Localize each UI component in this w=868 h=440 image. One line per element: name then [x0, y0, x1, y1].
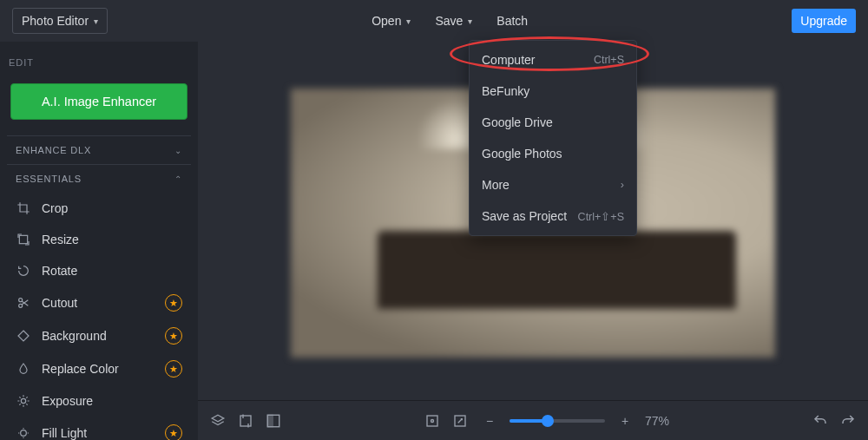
- batch-label: Batch: [496, 14, 528, 28]
- save-menu-befunky[interactable]: BeFunky: [470, 76, 636, 107]
- crop-icon: [16, 200, 31, 216]
- tool-cutout[interactable]: Cutout★: [7, 286, 191, 319]
- undo-button[interactable]: [812, 413, 828, 429]
- save-label: Save: [435, 14, 463, 28]
- svg-point-3: [21, 398, 25, 403]
- save-menu-computer[interactable]: ComputerCtrl+S: [470, 44, 636, 76]
- tool-label: Rotate: [42, 264, 77, 278]
- svg-rect-0: [19, 235, 27, 243]
- open-button[interactable]: Open ▾: [363, 9, 419, 33]
- exposure-icon: [16, 393, 31, 409]
- menu-item-label: BeFunky: [482, 84, 529, 98]
- edit-section-title: EDIT: [7, 49, 191, 82]
- app-menu-label: Photo Editor: [22, 14, 89, 28]
- replace-color-icon: [16, 361, 31, 377]
- tool-background[interactable]: Background★: [7, 319, 191, 352]
- sidebar: EDIT A.I. Image Enhancer ENHANCE DLX ⌄ E…: [0, 42, 198, 440]
- premium-star-icon: ★: [165, 360, 182, 378]
- expand-icon[interactable]: [452, 413, 468, 429]
- menu-item-label: More: [482, 178, 510, 192]
- zoom-slider[interactable]: [510, 419, 605, 423]
- upgrade-label: Upgrade: [800, 14, 847, 28]
- ai-enhancer-button[interactable]: A.I. Image Enhancer: [10, 83, 187, 120]
- save-menu-save-as-project[interactable]: Save as ProjectCtrl+⇧+S: [470, 200, 636, 232]
- menu-item-label: Save as Project: [482, 209, 567, 223]
- tool-exposure[interactable]: Exposure: [7, 385, 191, 417]
- save-dropdown: ComputerCtrl+SBeFunkyGoogle DriveGoogle …: [469, 40, 637, 236]
- cutout-icon: [16, 295, 31, 311]
- tool-label: Fill Light: [42, 426, 87, 440]
- premium-star-icon: ★: [165, 294, 182, 312]
- shortcut-label: Ctrl+S: [594, 54, 624, 66]
- top-toolbar: Photo Editor ▾ Open ▾ Save ▾ Batch Upgra…: [0, 0, 868, 42]
- chevron-down-icon: ▾: [468, 16, 472, 26]
- upgrade-button[interactable]: Upgrade: [792, 9, 856, 33]
- chevron-down-icon: ⌄: [174, 146, 182, 155]
- zoom-out-button[interactable]: −: [482, 413, 497, 429]
- menu-item-label: Google Drive: [482, 115, 553, 129]
- premium-star-icon: ★: [165, 424, 182, 440]
- svg-point-4: [21, 430, 27, 437]
- chevron-right-icon: ›: [621, 179, 624, 191]
- tool-rotate[interactable]: Rotate: [7, 255, 191, 286]
- background-icon: [16, 328, 31, 344]
- svg-rect-7: [267, 415, 273, 427]
- tool-label: Exposure: [42, 394, 93, 408]
- save-menu-more[interactable]: More›: [470, 169, 636, 200]
- premium-star-icon: ★: [165, 327, 182, 345]
- save-button[interactable]: Save ▾: [426, 9, 481, 33]
- fill-light-icon: [16, 425, 31, 440]
- essentials-panel[interactable]: ESSENTIALS ⌃: [7, 164, 191, 193]
- svg-rect-5: [240, 416, 251, 426]
- enhance-dlx-panel[interactable]: ENHANCE DLX ⌄: [7, 135, 191, 164]
- tool-label: Resize: [42, 233, 79, 246]
- chevron-down-icon: ▾: [406, 16, 411, 26]
- tool-label: Background: [42, 329, 107, 343]
- app-menu-button[interactable]: Photo Editor ▾: [12, 8, 108, 34]
- svg-rect-8: [427, 416, 437, 426]
- svg-point-9: [431, 419, 433, 422]
- menu-item-label: Google Photos: [482, 147, 562, 161]
- batch-button[interactable]: Batch: [488, 9, 536, 33]
- redo-button[interactable]: [840, 413, 856, 429]
- layers-icon[interactable]: [210, 413, 226, 429]
- fit-screen-icon[interactable]: [424, 413, 440, 429]
- tool-label: Crop: [42, 201, 68, 215]
- crop-canvas-icon[interactable]: [238, 413, 253, 429]
- menu-item-label: Computer: [482, 53, 535, 67]
- tool-fill-light[interactable]: Fill Light★: [7, 417, 191, 440]
- tool-replace-color[interactable]: Replace Color★: [7, 352, 191, 385]
- toggle-panel-icon[interactable]: [266, 413, 281, 429]
- tool-crop[interactable]: Crop: [7, 193, 191, 224]
- save-menu-google-photos[interactable]: Google Photos: [470, 138, 636, 169]
- open-label: Open: [372, 14, 401, 28]
- bottom-toolbar: − + 77%: [198, 400, 868, 440]
- tool-resize[interactable]: Resize: [7, 224, 191, 255]
- zoom-in-button[interactable]: +: [617, 413, 633, 429]
- rotate-icon: [16, 263, 31, 279]
- zoom-level: 77%: [645, 414, 669, 428]
- chevron-up-icon: ⌃: [174, 174, 182, 184]
- tool-label: Cutout: [42, 296, 77, 310]
- chevron-down-icon: ▾: [94, 16, 98, 26]
- shortcut-label: Ctrl+⇧+S: [578, 210, 624, 223]
- tool-label: Replace Color: [42, 362, 119, 376]
- resize-icon: [16, 232, 31, 247]
- save-menu-google-drive[interactable]: Google Drive: [470, 107, 636, 138]
